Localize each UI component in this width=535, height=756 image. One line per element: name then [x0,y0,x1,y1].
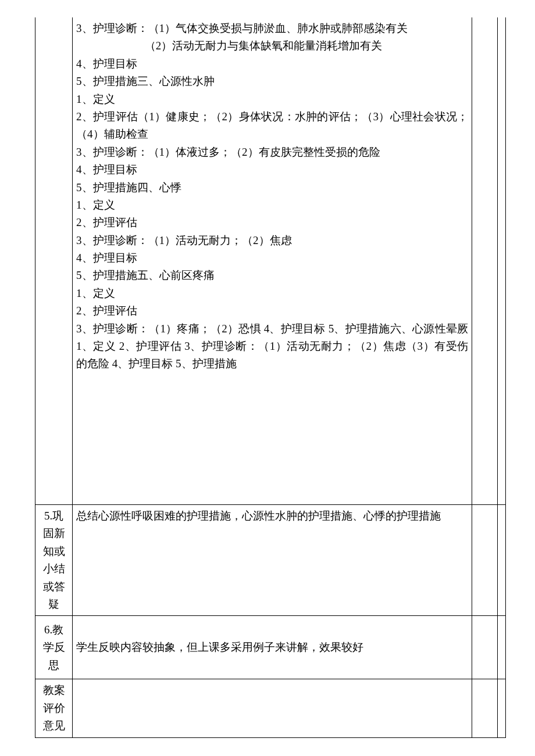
cell-content-body: 3、护理诊断：（1）气体交换受损与肺淤血、肺水肿或肺部感染有关 （2）活动无耐力… [73,17,472,505]
cell-evaluation-body [73,679,472,737]
page: 3、护理诊断：（1）气体交换受损与肺淤血、肺水肿或肺部感染有关 （2）活动无耐力… [0,0,535,756]
content-line: 3、护理诊断：（1）疼痛；（2）恐惧 4、护理目标 5、护理措施六、心源性晕厥 … [76,320,468,373]
cell-evaluation-label: 教案评价意见 [35,679,73,737]
cell-evaluation-aux1 [472,679,498,737]
content-line: 3、护理诊断：（1）气体交换受损与肺淤血、肺水肿或肺部感染有关 [76,20,468,37]
consolidate-label: 5.巩固新知或小结或答疑 [43,510,65,610]
content-line: 2、护理评估 [76,214,468,231]
content-line: （2）活动无耐力与集体缺氧和能量消耗增加有关 [76,37,468,55]
cell-reflection-body: 学生反映内容较抽象，但上课多采用例子来讲解，效果较好 [73,616,472,679]
row-consolidate: 5.巩固新知或小结或答疑 总结心源性呼吸困难的护理措施，心源性水肿的护理措施、心… [35,505,506,616]
cell-content-label [35,17,73,505]
cell-content-aux1 [472,17,498,505]
row-reflection: 6.教学反思 学生反映内容较抽象，但上课多采用例子来讲解，效果较好 [35,616,506,679]
content-line: 3、护理诊断：（1）活动无耐力；（2）焦虑 [76,232,468,249]
lesson-table: 3、护理诊断：（1）气体交换受损与肺淤血、肺水肿或肺部感染有关 （2）活动无耐力… [35,17,506,738]
content-line: 4、护理目标 [76,161,468,178]
content-line: 1、定义 [76,91,468,108]
reflection-label: 6.教学反思 [43,624,65,671]
content-line: 5、护理措施五、心前区疼痛 [76,267,468,284]
row-content: 3、护理诊断：（1）气体交换受损与肺淤血、肺水肿或肺部感染有关 （2）活动无耐力… [35,17,506,505]
cell-evaluation-aux2 [498,679,506,737]
consolidate-text: 总结心源性呼吸困难的护理措施，心源性水肿的护理措施、心悸的护理措施 [76,507,468,525]
cell-reflection-aux2 [498,616,506,679]
content-line: 3、护理诊断：（1）体液过多；（2）有皮肤完整性受损的危险 [76,144,468,161]
content-line: 4、护理目标 [76,249,468,267]
content-line: 5、护理措施四、心悸 [76,179,468,196]
cell-consolidate-aux1 [472,505,498,616]
reflection-text: 学生反映内容较抽象，但上课多采用例子来讲解，效果较好 [76,639,468,656]
content-line: 4、护理目标 [76,55,468,73]
content-line: 1、定义 [76,196,468,214]
cell-consolidate-aux2 [498,505,506,616]
row-evaluation: 教案评价意见 [35,679,506,737]
content-line: 1、定义 [76,285,468,302]
cell-reflection-label: 6.教学反思 [35,616,73,679]
evaluation-label: 教案评价意见 [43,684,65,732]
cell-consolidate-label: 5.巩固新知或小结或答疑 [35,505,73,616]
content-line: 2、护理评估 [76,302,468,320]
cell-content-aux2 [498,17,506,505]
cell-consolidate-body: 总结心源性呼吸困难的护理措施，心源性水肿的护理措施、心悸的护理措施 [73,505,472,616]
content-line: 5、护理措施三、心源性水肿 [76,73,468,90]
cell-reflection-aux1 [472,616,498,679]
content-line: 2、护理评估（1）健康史；（2）身体状况：水肿的评估；（3）心理社会状况；（4）… [76,108,468,144]
